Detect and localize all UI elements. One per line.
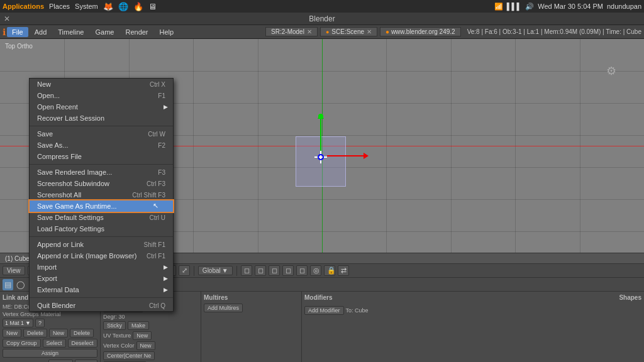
select-btn-mat[interactable]: Select [43, 339, 66, 348]
settings-icon[interactable]: ⚙ [606, 64, 619, 77]
menu-help[interactable]: Help [155, 27, 179, 37]
deselect-btn[interactable]: Deselect [68, 339, 97, 348]
divider-4 [30, 297, 173, 298]
layer-btn-4[interactable]: ◻ [282, 265, 294, 276]
set-solid-btn[interactable]: Set Solid [75, 359, 97, 362]
divider-3 [30, 236, 173, 237]
applications-menu[interactable]: Applications [3, 3, 44, 10]
network-icon: 📶 [494, 3, 503, 11]
sr-model-tab[interactable]: SR:2-Model ✕ [265, 27, 318, 36]
red-axis-arrow [327, 155, 365, 156]
props-icon-mesh[interactable]: ▤ [3, 279, 13, 290]
sync-icon[interactable]: ⇄ [338, 265, 349, 276]
toolbar-separator-3 [236, 266, 237, 276]
add-modifier-btn[interactable]: Add Modifier [304, 306, 344, 315]
info-text: Ve:8 | Fa:6 | Ob:3-1 | La:1 | Mem:0.94M … [467, 28, 641, 35]
menu-item-append-link[interactable]: Append or Link Shift F1 [30, 239, 173, 250]
panel-shapes-header: Shapes [619, 294, 641, 301]
toolbar-separator-2 [194, 266, 194, 276]
menu-item-quit[interactable]: Quit Blender Ctrl Q [30, 300, 173, 311]
window-title: Blender [309, 14, 335, 23]
volume-icon[interactable]: 🔊 [525, 3, 534, 11]
sticky-btn[interactable]: Sticky [103, 321, 126, 330]
object-info: (1) Cube [5, 255, 30, 262]
menu-item-load-factory[interactable]: Load Factory Settings [30, 223, 173, 234]
main-area: ⚙ Top Ortho New Ctrl X Open... F1 Open R… [0, 39, 644, 253]
places-menu[interactable]: Places [49, 3, 70, 10]
uv-texture-label: UV Texture [103, 332, 131, 339]
system-bar: Applications Places System 🦊 🌐 🔥 🖥 📶 ▌▌▌… [0, 0, 644, 13]
menu-item-compress[interactable]: Compress File [30, 151, 173, 162]
menu-item-screenshot-all[interactable]: Screenshot All Ctrl Shift F3 [30, 189, 173, 200]
vc-new-btn[interactable]: New [136, 341, 155, 350]
menu-item-screenshot-sub[interactable]: Screenshot Subwindow Ctrl F3 [30, 178, 173, 189]
menu-item-save[interactable]: Save Ctrl W [30, 128, 173, 140]
layer-btn[interactable]: ◻ [241, 265, 252, 276]
menu-item-external-data[interactable]: External Data [30, 284, 173, 295]
set-smoo-btn[interactable]: Set Smoo [48, 359, 73, 362]
object-origin [314, 151, 327, 163]
layer-btn-2[interactable]: ◻ [255, 265, 266, 276]
menu-game[interactable]: Game [90, 27, 119, 37]
props-icon-2[interactable]: ◯ [14, 279, 26, 290]
green-axis-arrow [320, 118, 321, 152]
menu-item-save-as[interactable]: Save As... F2 [30, 140, 173, 151]
menu-item-save-game-runtime[interactable]: Save Game As Runtime... ↖ [30, 200, 173, 212]
file-dropdown-menu: New Ctrl X Open... F1 Open Recent Recove… [29, 78, 174, 312]
browser-icon2[interactable]: 🌐 [118, 2, 128, 11]
menu-render[interactable]: Render [120, 27, 153, 37]
menu-item-open[interactable]: Open... F1 [30, 90, 173, 101]
center-center-btn[interactable]: Center|Center Ne [103, 351, 155, 360]
viewport-label: Top Ortho [5, 43, 33, 50]
window-close-button[interactable]: ✕ [4, 14, 10, 23]
view-btn[interactable]: View [3, 266, 25, 275]
layer-btn-5[interactable]: ◻ [296, 265, 308, 276]
viewport[interactable]: ⚙ Top Ortho New Ctrl X Open... F1 Open R… [0, 39, 644, 253]
new-mat-btn[interactable]: New [49, 329, 68, 337]
divider-2 [30, 164, 173, 165]
divider-1 [30, 126, 173, 126]
menu-item-open-recent[interactable]: Open Recent [30, 101, 173, 112]
layer-btn-3[interactable]: ◻ [269, 265, 280, 276]
menu-item-recover-session[interactable]: Recover Last Session [30, 112, 173, 124]
assign-btn[interactable]: Assign [3, 349, 97, 358]
datetime: Wed Mar 30 5:04 PM [538, 3, 603, 10]
blender-icon: ℹ [3, 27, 6, 37]
panel-multires: Multires Add Multires [201, 292, 302, 362]
delete-mat-btn[interactable]: Delete [70, 329, 94, 337]
sce-scene-tab[interactable]: ● SCE:Scene ✕ [320, 27, 377, 36]
menu-item-import[interactable]: Import [30, 261, 173, 273]
menu-item-save-default[interactable]: Save Default Settings Ctrl U [30, 212, 173, 223]
to-cube-label: To: Cube [346, 307, 369, 314]
system-menu[interactable]: System [75, 3, 98, 10]
menu-item-new[interactable]: New Ctrl X [30, 79, 173, 90]
vertex-color-label: Vertex Color [103, 343, 135, 349]
snap-icon[interactable]: 🔒 [324, 265, 335, 276]
proportional-edit[interactable]: ◎ [310, 265, 321, 276]
menu-item-save-rendered[interactable]: Save Rendered Image... F3 [30, 167, 173, 178]
global-dropdown[interactable]: Global ▼ [198, 266, 233, 275]
panel-multires-header: Multires [204, 294, 299, 301]
uv-new-btn[interactable]: New [133, 331, 152, 340]
sr-model-close[interactable]: ✕ [307, 28, 312, 35]
menu-add[interactable]: Add [30, 27, 52, 37]
mat1-dropdown[interactable]: 1 Mat 1 ▼ [3, 319, 33, 327]
terminal-icon[interactable]: 🖥 [148, 2, 157, 11]
delete-vertex-btn[interactable]: Delete [23, 329, 47, 337]
menu-item-append-link-img[interactable]: Append or Link (Image Browser) Ctrl F1 [30, 250, 173, 261]
add-multires-btn[interactable]: Add Multires [204, 304, 243, 312]
sce-scene-close[interactable]: ✕ [367, 28, 372, 35]
system-bar-right: 📶 ▌▌▌ 🔊 Wed Mar 30 5:04 PM ndundupan [494, 3, 641, 11]
firefox-icon[interactable]: 🦊 [103, 2, 113, 11]
menu-file[interactable]: File [7, 27, 28, 37]
vertex-groups-label: Vertex Groups [3, 311, 39, 317]
mat-help-btn[interactable]: ? [35, 319, 45, 327]
menu-timeline[interactable]: Timeline [53, 27, 89, 37]
copy-group-btn[interactable]: Copy Group [3, 339, 41, 348]
make-btn[interactable]: Make [128, 321, 149, 330]
blender-url[interactable]: ● www.blender.org 249.2 [380, 27, 461, 36]
new-vertex-btn[interactable]: New [3, 329, 21, 337]
menu-item-export[interactable]: Export [30, 273, 173, 284]
scale-icon[interactable]: ⤢ [179, 265, 190, 276]
browser-icon3[interactable]: 🔥 [133, 2, 143, 11]
